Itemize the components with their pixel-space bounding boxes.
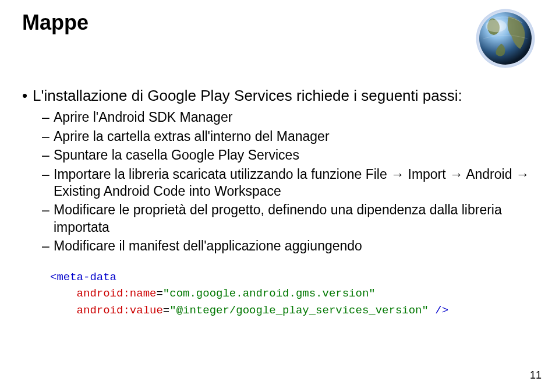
steps-list: Aprire l'Android SDK Manager Aprire la c…: [33, 109, 537, 255]
intro-text: L'installazione di Google Play Services …: [33, 87, 462, 104]
page-number: 11: [530, 369, 542, 382]
step-item: Modificare il manifest dell'applicazione…: [54, 238, 537, 255]
step-item: Aprire la cartella extras all'interno de…: [54, 128, 537, 145]
code-attr1-name: android:name: [77, 287, 157, 300]
content: L'installazione di Google Play Services …: [22, 86, 537, 319]
code-attr1-value: "com.google.android.gms.version": [163, 287, 376, 300]
page-title: Mappe: [22, 10, 89, 35]
code-attr2-name: android:value: [77, 304, 163, 317]
svg-point-2: [486, 20, 507, 33]
globe-icon: [474, 7, 537, 70]
slide: Mappe: [0, 0, 559, 319]
bullet-list: L'installazione di Google Play Services …: [22, 86, 537, 255]
intro-bullet: L'installazione di Google Play Services …: [33, 86, 537, 255]
step-item: Modificare le proprietà del progetto, de…: [54, 202, 537, 236]
step-item: Aprire l'Android SDK Manager: [54, 109, 537, 126]
header: Mappe: [22, 10, 537, 70]
code-snippet: <meta-data android:name="com.google.andr…: [50, 269, 537, 319]
step-item: Spuntare la casella Google Play Services: [54, 147, 537, 164]
code-attr2-value: "@integer/google_play_services_version": [169, 304, 429, 317]
code-tag-open: <meta-data: [50, 271, 116, 284]
step-item: Importare la libreria scaricata utilizza…: [54, 166, 537, 200]
code-tag-close: />: [429, 304, 448, 317]
